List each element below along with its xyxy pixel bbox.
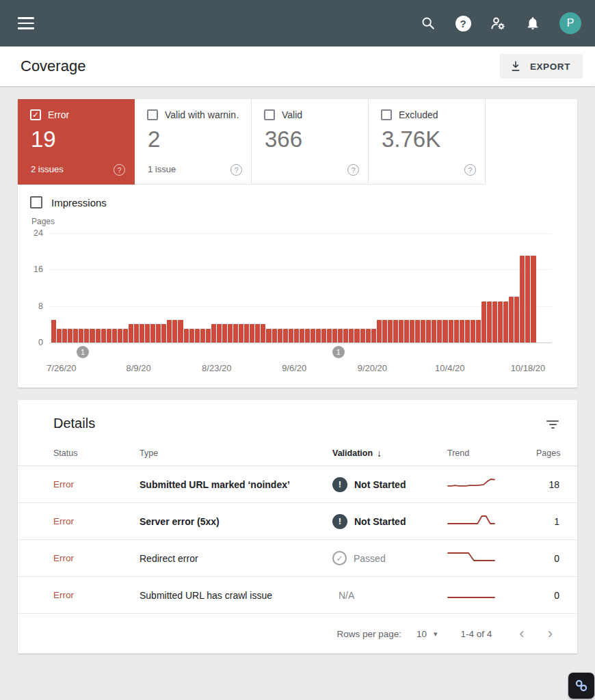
chart-bar[interactable]	[266, 329, 271, 342]
column-header-status[interactable]: Status	[53, 448, 140, 458]
chart-bar[interactable]	[360, 329, 365, 342]
chart-bar[interactable]	[476, 320, 481, 342]
chart-bar[interactable]	[118, 329, 122, 342]
chart-bar[interactable]	[178, 320, 183, 342]
table-row[interactable]: ErrorServer error (5xx)!Not Started1	[18, 503, 577, 540]
impressions-toggle[interactable]: Impressions	[30, 196, 577, 208]
chart-bar[interactable]	[272, 329, 277, 342]
status-card-checkbox[interactable]	[264, 109, 275, 120]
chart-bar[interactable]	[222, 324, 227, 342]
chart-bar[interactable]	[167, 320, 172, 342]
chart-bar[interactable]	[316, 329, 321, 342]
chart-bar[interactable]	[244, 324, 249, 342]
chart-bar[interactable]	[123, 329, 128, 342]
chart-bar[interactable]	[68, 329, 72, 342]
chart-bar[interactable]	[371, 329, 376, 342]
chart-bar[interactable]	[161, 324, 166, 342]
chart-bar[interactable]	[101, 329, 106, 342]
chart-bar[interactable]	[503, 301, 508, 342]
chart-bar[interactable]	[449, 320, 453, 342]
next-page-button[interactable]: ›	[544, 626, 557, 641]
chart-bar[interactable]	[255, 324, 260, 342]
rows-per-page-select[interactable]: 10 ▾	[416, 629, 438, 639]
notifications-bell-icon[interactable]	[525, 15, 541, 31]
chart-bar[interactable]	[84, 329, 89, 342]
status-card-valid[interactable]: Valid366?	[252, 99, 369, 185]
chart-bar[interactable]	[432, 320, 436, 342]
chart-bar[interactable]	[206, 329, 211, 342]
export-button[interactable]: EXPORT	[500, 54, 583, 79]
chart-bar[interactable]	[343, 329, 348, 342]
chart-bar[interactable]	[354, 329, 359, 342]
menu-icon[interactable]	[18, 17, 34, 29]
chart-bar[interactable]	[514, 297, 519, 342]
user-avatar[interactable]: P	[559, 12, 581, 34]
chart-bar[interactable]	[492, 301, 497, 342]
column-header-trend[interactable]: Trend	[447, 448, 536, 458]
chart-bar[interactable]	[454, 320, 459, 342]
status-card-checkbox[interactable]: ✓	[30, 109, 41, 120]
chart-bar[interactable]	[426, 320, 431, 342]
chart-bar[interactable]	[300, 329, 304, 342]
chart-bar[interactable]	[112, 329, 117, 342]
chart-bar[interactable]	[129, 324, 133, 342]
chart-bar[interactable]	[399, 320, 404, 342]
help-circle-icon[interactable]: ?	[114, 164, 125, 176]
column-header-pages[interactable]: Pages	[536, 448, 560, 458]
chart-bar[interactable]	[410, 320, 414, 342]
chart-bar[interactable]	[140, 324, 144, 342]
chart-bar[interactable]	[310, 329, 315, 342]
user-settings-icon[interactable]	[490, 15, 506, 31]
table-row[interactable]: ErrorRedirect error✓Passed0	[18, 540, 577, 577]
chart-bar[interactable]	[189, 329, 194, 342]
chart-bar[interactable]	[332, 329, 337, 342]
chart-annotation-marker[interactable]: 1	[77, 346, 89, 358]
chart-bar[interactable]	[509, 297, 514, 342]
chart-bar[interactable]	[107, 329, 111, 342]
chart-bar[interactable]	[525, 256, 530, 342]
chart-bar[interactable]	[250, 324, 254, 342]
chart-bar[interactable]	[442, 320, 447, 342]
status-card-checkbox[interactable]	[147, 109, 158, 120]
chart-bar[interactable]	[388, 320, 393, 342]
chart-bar[interactable]	[57, 329, 62, 342]
chart-bar[interactable]	[487, 301, 492, 342]
chart-bar[interactable]	[150, 324, 155, 342]
chart-bar[interactable]	[349, 329, 354, 342]
chart-bar[interactable]	[134, 324, 139, 342]
chart-bar[interactable]	[233, 324, 238, 342]
chart-bar[interactable]	[294, 329, 299, 342]
chart-bar[interactable]	[156, 324, 161, 342]
chart-bar[interactable]	[90, 329, 94, 342]
help-circle-icon[interactable]: ?	[347, 164, 359, 176]
search-icon[interactable]	[420, 15, 436, 31]
table-row[interactable]: ErrorSubmitted URL marked ‘noindex’!Not …	[18, 466, 577, 503]
chart-bar[interactable]	[531, 256, 536, 342]
chart-bar[interactable]	[62, 329, 67, 342]
table-row[interactable]: ErrorSubmitted URL has crawl issueN/A0	[18, 577, 577, 614]
chart-bar[interactable]	[239, 324, 243, 342]
chart-bar[interactable]	[172, 320, 177, 342]
chart-bar[interactable]	[421, 320, 425, 342]
chart-bar[interactable]	[498, 301, 503, 342]
chart-bar[interactable]	[415, 320, 420, 342]
chart-bar[interactable]	[471, 320, 475, 342]
chart-bar[interactable]	[481, 301, 486, 342]
help-circle-icon[interactable]: ?	[230, 164, 242, 176]
link-badge[interactable]	[568, 673, 594, 699]
status-card-checkbox[interactable]	[381, 109, 392, 120]
chart-bar[interactable]	[184, 329, 189, 342]
impressions-checkbox[interactable]	[30, 196, 42, 208]
chart-bar[interactable]	[228, 324, 233, 342]
status-card-error[interactable]: ✓Error192 issues?	[18, 99, 135, 185]
chart-bar[interactable]	[261, 324, 265, 342]
chart-bar[interactable]	[51, 320, 56, 342]
chart-bar[interactable]	[217, 324, 222, 342]
chart-bar[interactable]	[437, 320, 442, 342]
chart-bar[interactable]	[278, 329, 282, 342]
chart-bar[interactable]	[200, 329, 205, 342]
chart-bar[interactable]	[393, 320, 398, 342]
status-card-excluded[interactable]: Excluded3.76K?	[369, 99, 486, 185]
chart-bar[interactable]	[520, 256, 525, 342]
chart-bar[interactable]	[404, 320, 409, 342]
